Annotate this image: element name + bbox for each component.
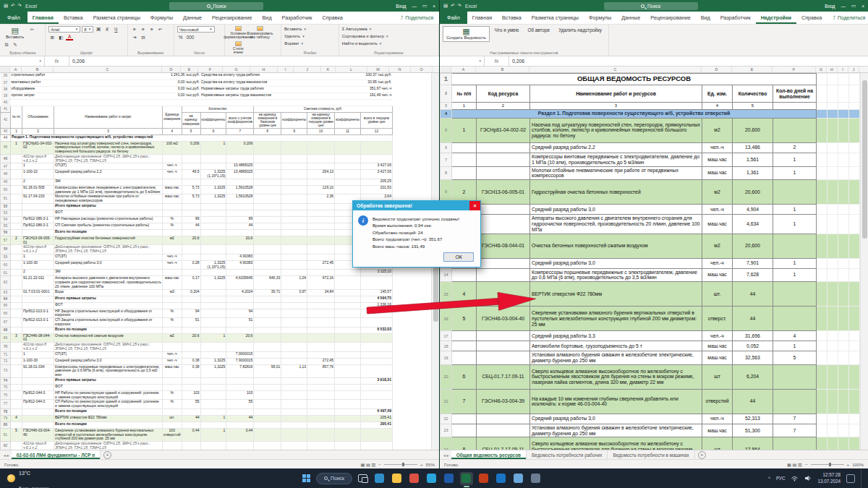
cell[interactable]: Всего по позиции (54, 229, 163, 236)
cell[interactable] (281, 223, 307, 229)
cell[interactable] (11, 99, 393, 106)
cell[interactable]: 7 (226, 128, 254, 134)
view-mode-buttons[interactable]: ▦ ▤ ▥ (787, 462, 802, 467)
cell[interactable]: 421/пр прил.8 ч.6.1 п.2 (22, 245, 54, 254)
cell[interactable]: 33,95 тыс.руб. (307, 80, 393, 86)
column-header[interactable]: F (198, 67, 223, 72)
chrome-icon[interactable] (408, 472, 421, 485)
cell[interactable]: всего в текущем уровне цен (360, 112, 392, 128)
cell[interactable] (849, 364, 860, 389)
formula-input[interactable]: 0,206 (69, 56, 439, 66)
cell[interactable]: Компрессоры поршневые передвижные с элек… (530, 268, 702, 282)
cell[interactable]: 1 (22, 163, 54, 170)
cell[interactable]: маш.час (702, 268, 733, 282)
cell[interactable] (182, 254, 200, 260)
ribbon-tab-4[interactable]: Формулы (145, 12, 178, 24)
cell[interactable]: 1 (452, 118, 477, 142)
ribbon-tab-7[interactable]: Вид (258, 12, 277, 24)
italic-button[interactable]: К (103, 26, 111, 33)
cell[interactable] (182, 377, 200, 384)
cell[interactable] (827, 331, 838, 341)
cell[interactable]: 0,00 тыс.руб. (163, 86, 201, 93)
zoom-in-button[interactable]: + (847, 462, 850, 467)
cell[interactable]: 7,901 (733, 258, 773, 268)
cell[interactable]: прочих затрат (11, 93, 163, 99)
merge-center-button[interactable]: ⊟ (140, 34, 147, 40)
cell[interactable] (307, 421, 335, 428)
cell[interactable]: 2 (11, 236, 22, 245)
cell[interactable]: ВЕРТИК отверстия Ф22 780мм (54, 415, 163, 421)
column-header[interactable]: B (476, 67, 529, 72)
cell[interactable]: 1 (773, 258, 817, 268)
row-header[interactable]: 7 (441, 153, 452, 166)
cell[interactable] (827, 180, 838, 205)
format-cells-button[interactable]: Формат▼ (284, 40, 336, 46)
ribbon-tab-10[interactable]: Справка (796, 12, 827, 24)
conditional-formatting-button[interactable]: Условное форматирование (228, 26, 248, 40)
cell[interactable] (307, 245, 335, 254)
cell[interactable]: 3 115,10 (360, 270, 392, 276)
cell[interactable] (452, 153, 477, 166)
cell[interactable] (281, 245, 307, 254)
cell[interactable]: 91.18.01-034 (22, 364, 54, 377)
cell[interactable]: маш.час (163, 185, 182, 194)
cell[interactable] (827, 142, 838, 153)
cell[interactable]: Кол-во дней на выполнение (773, 85, 817, 103)
cell[interactable] (817, 437, 827, 450)
row-header[interactable]: 72 (1, 358, 11, 364)
row-header[interactable]: 65 (1, 302, 11, 309)
cell[interactable]: 4 (452, 282, 477, 307)
outlook-icon[interactable] (495, 472, 508, 485)
cell[interactable] (226, 442, 254, 450)
cell[interactable] (827, 341, 838, 351)
cell[interactable] (838, 142, 849, 153)
cell[interactable] (22, 210, 54, 216)
cell[interactable] (817, 180, 827, 205)
autosum-button[interactable]: Σ Автосумма▼ (342, 26, 435, 32)
cell[interactable]: коэффициенты (281, 112, 307, 128)
cell[interactable] (477, 258, 530, 268)
cell[interactable]: 49,5 (182, 170, 200, 179)
cell[interactable] (335, 377, 361, 384)
cell[interactable] (200, 327, 226, 333)
cell[interactable] (281, 351, 307, 358)
cell[interactable] (182, 408, 200, 415)
cell[interactable] (254, 141, 281, 154)
redo-icon[interactable]: ↷ (18, 3, 22, 9)
cell[interactable] (200, 254, 226, 260)
edge-icon[interactable] (373, 472, 386, 485)
cell[interactable]: Насечка под штукатурку поверхностей стен… (54, 141, 163, 154)
cell[interactable]: Сверло кольцевое алмазное высокооборотно… (530, 364, 702, 389)
row-header[interactable]: 1 (441, 74, 452, 85)
cell[interactable]: 1,3225 (1,15*1,15) (200, 170, 226, 179)
cell[interactable] (838, 153, 849, 166)
cell[interactable]: 272,45 (307, 260, 335, 270)
cell[interactable]: 191,49 чел.-ч (307, 93, 393, 99)
cell[interactable] (226, 377, 254, 384)
cell[interactable] (849, 215, 860, 234)
cell[interactable] (827, 282, 838, 307)
formula-input[interactable]: 0,206 (509, 56, 868, 66)
cell[interactable]: Пр/812-086.0-1 (22, 216, 54, 223)
cell[interactable] (182, 229, 200, 236)
cell[interactable]: 3 (54, 128, 163, 134)
cell[interactable] (226, 229, 254, 236)
cell[interactable] (773, 180, 817, 205)
bold-button[interactable]: Ж (95, 26, 102, 33)
what-i-can-do-button[interactable]: Что я умею (491, 26, 523, 34)
cell[interactable] (254, 309, 281, 318)
close-button[interactable]: × (861, 4, 864, 9)
cell[interactable] (11, 442, 22, 450)
cell[interactable] (254, 223, 281, 229)
cell[interactable]: шт (702, 364, 733, 389)
cell[interactable]: 1,3225 (200, 276, 226, 289)
cell[interactable]: 51 (182, 318, 200, 328)
cell[interactable] (11, 270, 22, 276)
cell[interactable]: 205,25 (360, 179, 392, 185)
cell[interactable]: 421/пр прил.8 ч.6.1 п.2 (22, 442, 54, 450)
row-header[interactable]: 51 (1, 194, 11, 204)
cell[interactable]: 129,10 (307, 185, 335, 194)
volume-icon[interactable] (804, 475, 812, 481)
cell[interactable]: 44 (182, 223, 200, 229)
cell[interactable]: № п/п (452, 85, 477, 103)
